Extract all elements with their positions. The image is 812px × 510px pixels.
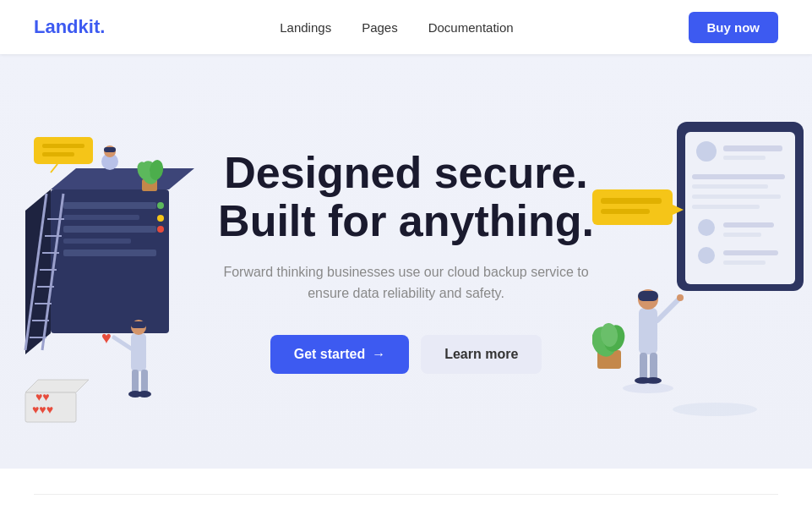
svg-rect-50 (692, 174, 785, 179)
svg-point-68 (677, 294, 684, 301)
hero-content: Designed secure. Built for anything. For… (204, 149, 609, 374)
pricing-card-shared-cluster: $49/mo Shared cluster (282, 494, 531, 510)
hero-buttons: Get started → Learn more (204, 335, 609, 374)
svg-point-9 (157, 215, 164, 222)
svg-rect-31 (42, 152, 74, 156)
svg-rect-28 (34, 137, 93, 164)
svg-point-77 (623, 383, 673, 393)
svg-rect-7 (63, 250, 156, 256)
svg-marker-2 (51, 168, 194, 189)
svg-rect-38 (141, 370, 148, 393)
svg-line-29 (51, 164, 57, 173)
svg-point-10 (157, 226, 164, 233)
svg-rect-3 (63, 202, 156, 209)
hero-subtitle: Forward thinking businesses use our clou… (204, 261, 609, 304)
svg-point-40 (138, 391, 151, 398)
svg-rect-32 (131, 333, 146, 371)
right-illustration (592, 105, 812, 443)
svg-rect-52 (692, 195, 781, 199)
nav-documentation[interactable]: Documentation (428, 20, 514, 35)
svg-rect-4 (63, 215, 139, 220)
learn-more-button[interactable]: Learn more (421, 335, 542, 374)
svg-rect-30 (42, 144, 84, 148)
navbar: Landkit. Landings Pages Documentation Bu… (0, 0, 812, 54)
svg-text:♥: ♥ (101, 328, 112, 347)
svg-rect-51 (692, 184, 768, 189)
nav-links: Landings Pages Documentation (280, 20, 513, 35)
svg-rect-58 (723, 250, 778, 255)
logo: Landkit. (34, 16, 105, 38)
svg-point-57 (698, 247, 715, 264)
buy-now-button[interactable]: Buy now (689, 12, 779, 43)
arrow-icon: → (372, 347, 385, 362)
svg-rect-0 (51, 189, 169, 333)
svg-rect-6 (63, 239, 131, 244)
svg-rect-49 (723, 156, 766, 160)
left-illustration: ♥ ♥♥♥ ♥♥ (0, 88, 237, 443)
svg-line-35 (114, 337, 131, 348)
svg-rect-53 (692, 205, 760, 209)
hero-section: ♥ ♥♥♥ ♥♥ (0, 54, 812, 469)
svg-line-67 (657, 299, 678, 321)
hero-title: Designed secure. Built for anything. (204, 149, 609, 245)
svg-rect-37 (132, 370, 139, 393)
svg-point-8 (157, 202, 164, 209)
svg-rect-70 (650, 353, 657, 380)
get-started-button[interactable]: Get started → (270, 335, 409, 374)
svg-rect-64 (639, 308, 657, 354)
svg-rect-34 (131, 321, 146, 328)
svg-text:♥♥♥: ♥♥♥ (32, 403, 53, 416)
svg-rect-5 (63, 226, 156, 233)
svg-text:♥♥: ♥♥ (35, 390, 50, 403)
pricing-section: $29/mo Shared instance $49/mo Shared clu… (0, 469, 812, 510)
pricing-card-shared-instance: $29/mo Shared instance (34, 494, 282, 510)
svg-rect-69 (640, 353, 647, 380)
nav-pages[interactable]: Pages (362, 20, 398, 35)
svg-point-78 (673, 403, 757, 416)
svg-point-47 (696, 141, 717, 162)
nav-landings[interactable]: Landings (280, 20, 331, 35)
svg-rect-55 (723, 222, 774, 228)
svg-rect-66 (638, 291, 658, 301)
logo-text: Landkit. (34, 16, 105, 37)
svg-point-54 (698, 219, 715, 236)
svg-point-72 (645, 377, 662, 384)
svg-rect-62 (601, 198, 662, 204)
svg-rect-48 (723, 145, 782, 151)
svg-rect-56 (723, 233, 761, 237)
svg-rect-59 (723, 260, 766, 265)
pricing-card-dedicated-cluster: $79/mo Dedicated cluster (530, 494, 778, 510)
svg-rect-27 (104, 147, 116, 152)
